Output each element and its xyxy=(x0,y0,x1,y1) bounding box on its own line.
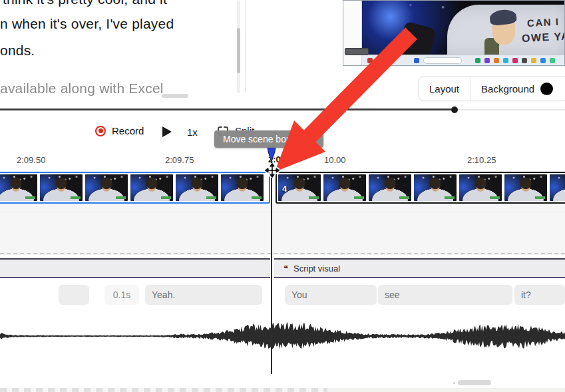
track-separator xyxy=(0,212,565,212)
progress-bar-remaining[interactable] xyxy=(455,109,565,110)
taskbar-icon xyxy=(484,58,490,63)
script-visual-track-label: Script visual xyxy=(293,264,340,274)
script-text-line-faded[interactable]: available along with Excel xyxy=(0,81,164,97)
video-thumbnail xyxy=(130,174,173,201)
quote-icon: ❝ xyxy=(283,264,288,273)
video-thumbnail xyxy=(323,174,366,201)
recorded-taskbar xyxy=(362,55,564,65)
audio-waveform[interactable] xyxy=(0,307,565,365)
layout-button-label: Layout xyxy=(429,83,459,95)
word-pill[interactable] xyxy=(59,285,89,305)
scroll-pill xyxy=(162,94,188,98)
recorded-app-label xyxy=(345,48,369,55)
taskbar-search xyxy=(423,57,462,64)
background-color-swatch[interactable] xyxy=(540,83,553,95)
background-button-label: Background xyxy=(481,83,534,95)
timeline-clip-selected[interactable] xyxy=(0,172,270,204)
gap-duration-pill[interactable]: 0.1s xyxy=(104,285,139,305)
taskbar-icon xyxy=(494,58,499,63)
record-icon xyxy=(95,126,106,136)
shirt-text: OWE YA? xyxy=(522,30,564,45)
ruler-tick-label: 10.00 xyxy=(324,155,346,165)
word-pill[interactable]: it? xyxy=(514,285,565,305)
progress-bar-handle[interactable] xyxy=(451,106,458,113)
scrollbar-dot xyxy=(453,382,455,384)
script-editor-panel[interactable]: think it's pretty cool, and it n when it… xyxy=(0,0,248,101)
taskbar-icon xyxy=(503,58,508,63)
video-thumbnail xyxy=(40,174,83,201)
taskbar-icon xyxy=(475,58,480,63)
script-text-line[interactable]: think it's pretty cool, and it xyxy=(3,0,167,7)
taskbar-icon xyxy=(512,58,518,63)
playback-speed-label: 1x xyxy=(187,126,198,138)
timeline-clip-scene-4[interactable]: 4 xyxy=(276,172,565,204)
video-thumbnail xyxy=(0,174,37,201)
horizontal-scrollbar-thumb[interactable] xyxy=(458,380,491,385)
record-button-label: Record xyxy=(112,125,144,136)
record-button[interactable]: Record xyxy=(95,125,144,136)
scene-boundary-line[interactable] xyxy=(271,160,272,374)
word-pill[interactable]: You xyxy=(285,285,377,305)
video-frame: CAN I OWE YA? xyxy=(362,1,564,55)
preview-window-gutter xyxy=(343,1,362,65)
taskbar-icon xyxy=(522,58,527,63)
video-preview-window: CAN I OWE YA? xyxy=(343,0,565,66)
video-thumbnail xyxy=(459,174,502,201)
video-thumbnail xyxy=(504,174,547,201)
video-thumbnail xyxy=(414,174,457,201)
progress-bar-played[interactable] xyxy=(0,108,455,110)
taskbar-icon xyxy=(531,58,536,63)
tooltip-move-scene-boundary: Move scene boundary xyxy=(214,130,323,148)
play-button[interactable] xyxy=(162,126,172,137)
scene-boundary-marker[interactable] xyxy=(266,146,277,163)
dashed-track-separator xyxy=(0,253,565,254)
background-button[interactable]: Background xyxy=(471,77,564,100)
layout-button[interactable]: Layout xyxy=(419,77,470,100)
taskbar-icon xyxy=(367,58,373,63)
taskbar-icon xyxy=(540,58,546,63)
script-text-line[interactable]: onds. xyxy=(0,43,35,59)
canvas-style-bar: Layout Background xyxy=(418,76,565,101)
script-text-line[interactable]: n when it's over, I've played xyxy=(0,16,174,32)
scene-number-badge: 4 xyxy=(282,184,287,194)
play-icon xyxy=(162,126,172,137)
video-thumbnail xyxy=(85,174,128,201)
taskbar-icon xyxy=(550,58,555,63)
record-icon-dot xyxy=(98,128,103,133)
video-thumbnail xyxy=(176,174,218,201)
script-scrollbar-thumb[interactable] xyxy=(237,28,240,73)
shirt-text: CAN I xyxy=(527,16,560,29)
word-pill[interactable]: Yeah. xyxy=(145,285,262,305)
ruler-tick-label: 2:09.50 xyxy=(17,155,45,165)
taskbar-icon xyxy=(414,58,419,63)
word-pill[interactable]: see xyxy=(378,285,512,305)
ruler-tick-label: 2:10.25 xyxy=(467,155,496,165)
cropped-bottom-track xyxy=(327,388,565,392)
app-window: think it's pretty cool, and it n when it… xyxy=(0,0,565,392)
panel-divider xyxy=(245,0,246,93)
move-cursor-icon xyxy=(265,163,280,178)
script-visual-track-left[interactable] xyxy=(0,258,270,278)
microphone-silhouette xyxy=(397,21,437,55)
ruler-tick-label: 2:09.75 xyxy=(165,155,194,165)
script-visual-track[interactable]: ❝ Script visual xyxy=(274,258,565,278)
video-thumbnail xyxy=(221,174,264,201)
cropped-bottom-track xyxy=(0,388,327,392)
video-thumbnail xyxy=(369,174,411,201)
video-thumbnail xyxy=(550,174,565,201)
playback-speed-button[interactable]: 1x xyxy=(187,126,198,138)
